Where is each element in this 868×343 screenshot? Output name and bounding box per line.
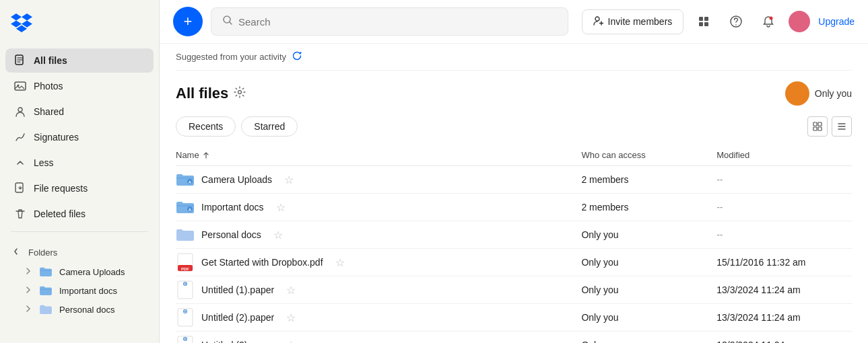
access-text: Only you: [815, 88, 852, 99]
photos-icon: [13, 79, 27, 93]
header-actions: Invite members Upgrade: [582, 9, 855, 34]
sidebar-item-photos[interactable]: Photos: [5, 74, 154, 98]
files-icon: [13, 54, 27, 67]
sidebar-item-all-files[interactable]: All files: [5, 48, 154, 73]
file-name-2: Personal docs: [201, 229, 261, 240]
sidebar-item-shared[interactable]: Shared: [5, 100, 154, 124]
svg-rect-9: [699, 22, 703, 26]
search-input[interactable]: [238, 16, 557, 28]
folders-label: Folders: [28, 247, 57, 258]
invite-icon: [593, 15, 604, 28]
folders-header[interactable]: Folders: [5, 243, 154, 262]
user-avatar[interactable]: [789, 11, 810, 32]
help-button[interactable]: [724, 9, 748, 34]
sidebar-folder-personal-docs-label: Personal docs: [59, 305, 114, 315]
logo-area: [0, 8, 159, 48]
modified-col-0: --: [716, 166, 852, 194]
file-name-cell-3: PDF Get Started with Dropbox.pdf ☆: [176, 249, 581, 276]
folder-icon-2: [39, 285, 53, 296]
star-button-4[interactable]: ☆: [281, 284, 301, 297]
file-name-3: Get Started with Dropbox.pdf: [201, 257, 323, 268]
invite-members-button[interactable]: Invite members: [582, 9, 684, 34]
grid-view-btn[interactable]: [807, 116, 828, 137]
file-icon-0: A: [176, 172, 195, 188]
sidebar-nav: All files Photos Shared Signatures Less: [0, 48, 159, 226]
new-button[interactable]: +: [173, 7, 203, 36]
chevron-right-icon: [24, 267, 32, 277]
col-access: Who can access: [581, 145, 716, 166]
view-controls: [807, 116, 852, 137]
svg-point-6: [595, 17, 599, 21]
file-name-0: Camera Uploads: [201, 174, 272, 185]
file-icon-1: A: [176, 199, 195, 215]
chevron-right-icon-2: [24, 286, 32, 296]
grid-view-button[interactable]: [692, 9, 716, 34]
upgrade-link[interactable]: Upgrade: [818, 16, 855, 27]
access-col-1: 2 members: [581, 194, 716, 221]
star-button-5[interactable]: ☆: [281, 311, 301, 324]
modified-col-2: --: [716, 221, 852, 249]
star-button-3[interactable]: ☆: [330, 256, 350, 269]
star-button-2[interactable]: ☆: [268, 229, 288, 241]
sort-icon: [202, 151, 210, 159]
chevron-right-icon-3: [24, 305, 32, 315]
page-header: All files Only you: [176, 71, 852, 114]
table-row: A Camera Uploads ☆ 2 members --: [176, 166, 852, 194]
chevron-left-icon: [13, 247, 23, 258]
sidebar-folder-important-docs[interactable]: Important docs: [5, 281, 154, 300]
col-name: Name: [176, 145, 581, 166]
search-bar[interactable]: [211, 7, 568, 36]
tab-recents[interactable]: Recents: [176, 116, 236, 137]
list-view-btn[interactable]: [832, 116, 852, 137]
sidebar-folder-personal-docs[interactable]: Personal docs: [5, 300, 154, 319]
modified-col-5: 13/3/2024 11:24 am: [716, 304, 852, 332]
deleted-icon: [13, 207, 27, 221]
file-icon-5: D: [176, 309, 195, 326]
table-row: D Untitled (3).paper ☆ Only you 13/3/202…: [176, 332, 852, 344]
sidebar-item-shared-label: Shared: [34, 106, 64, 117]
file-requests-icon: [13, 182, 27, 195]
sidebar-folder-camera-uploads[interactable]: Camera Uploads: [5, 262, 154, 281]
file-name-6: Untitled (3).paper: [201, 340, 274, 343]
sidebar-item-deleted-files[interactable]: Deleted files: [5, 202, 154, 226]
suggested-bar: Suggested from your activity: [176, 44, 852, 71]
file-name-cell-0: A Camera Uploads ☆: [176, 166, 581, 194]
settings-icon[interactable]: [234, 86, 246, 101]
sidebar-item-file-requests-label: File requests: [34, 183, 88, 194]
modified-col-1: --: [716, 194, 852, 221]
star-button-0[interactable]: ☆: [279, 174, 299, 186]
svg-text:D: D: [184, 282, 187, 286]
access-col-0: 2 members: [581, 166, 716, 194]
sidebar-item-file-requests[interactable]: File requests: [5, 176, 154, 200]
file-name-1: Important docs: [201, 202, 264, 213]
svg-text:A: A: [189, 180, 192, 184]
svg-rect-8: [704, 17, 708, 21]
sidebar-item-signatures[interactable]: Signatures: [5, 125, 154, 149]
search-icon: [222, 15, 233, 28]
notifications-button[interactable]: [756, 9, 780, 34]
content-area: Suggested from your activity All files O…: [160, 44, 868, 343]
table-header-row: Name Who can access Modified: [176, 145, 852, 166]
svg-point-14: [238, 91, 242, 94]
signatures-icon: [13, 130, 27, 144]
svg-text:PDF: PDF: [181, 267, 189, 271]
file-name-cell-1: A Important docs ☆: [176, 194, 581, 221]
suggested-label: Suggested from your activity: [176, 52, 286, 62]
star-button-1[interactable]: ☆: [271, 201, 291, 214]
filter-tabs: Recents Starred: [176, 116, 298, 137]
file-name-5: Untitled (2).paper: [201, 312, 274, 323]
access-col-5: Only you: [581, 304, 716, 332]
folder-icon: [39, 266, 53, 277]
svg-rect-7: [699, 17, 703, 21]
sidebar-divider: [11, 231, 148, 232]
sidebar-item-less[interactable]: Less: [5, 151, 154, 175]
sidebar-folder-camera-uploads-label: Camera Uploads: [59, 267, 125, 277]
svg-rect-17: [813, 127, 817, 130]
file-icon-4: D: [176, 282, 195, 298]
chevron-up-icon: [13, 156, 27, 169]
dropbox-logo-icon: [11, 13, 32, 35]
tab-starred[interactable]: Starred: [241, 116, 298, 137]
svg-rect-16: [818, 122, 822, 126]
table-row: D Untitled (1).paper ☆ Only you 13/3/202…: [176, 276, 852, 304]
star-button-6[interactable]: ☆: [281, 339, 301, 344]
